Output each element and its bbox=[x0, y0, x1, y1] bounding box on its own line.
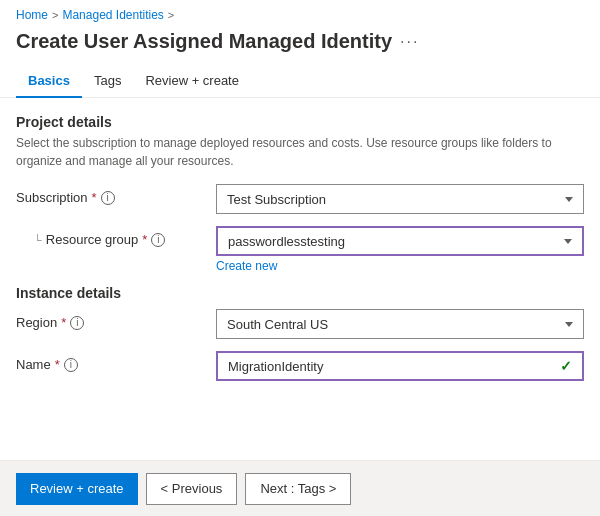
region-info-icon[interactable]: i bbox=[70, 316, 84, 330]
main-content: Project details Select the subscription … bbox=[0, 98, 600, 381]
resource-group-select[interactable]: passwordlesstesting bbox=[216, 226, 584, 256]
name-value: MigrationIdentity bbox=[228, 359, 323, 374]
instance-details-title: Instance details bbox=[16, 285, 584, 301]
name-control: MigrationIdentity ✓ bbox=[216, 351, 584, 381]
subscription-required: * bbox=[92, 190, 97, 205]
previous-button[interactable]: < Previous bbox=[146, 473, 238, 505]
tab-tags[interactable]: Tags bbox=[82, 65, 133, 98]
page-title: Create User Assigned Managed Identity bbox=[16, 30, 392, 53]
region-chevron-icon bbox=[565, 322, 573, 327]
page-header: Create User Assigned Managed Identity ··… bbox=[0, 26, 600, 65]
subscription-row: Subscription * i Test Subscription bbox=[16, 184, 584, 214]
subscription-control: Test Subscription bbox=[216, 184, 584, 214]
breadcrumb-managed-identities[interactable]: Managed Identities bbox=[62, 8, 163, 22]
resource-group-label: Resource group bbox=[46, 232, 139, 247]
breadcrumb-sep-2: > bbox=[168, 9, 174, 21]
region-value: South Central US bbox=[227, 317, 328, 332]
breadcrumb-sep-1: > bbox=[52, 9, 58, 21]
subscription-label: Subscription bbox=[16, 190, 88, 205]
project-details-title: Project details bbox=[16, 114, 584, 130]
region-required: * bbox=[61, 315, 66, 330]
footer-bar: Review + create < Previous Next : Tags > bbox=[0, 460, 600, 516]
subscription-value: Test Subscription bbox=[227, 192, 326, 207]
name-label-col: Name * i bbox=[16, 351, 216, 372]
name-row: Name * i MigrationIdentity ✓ bbox=[16, 351, 584, 381]
project-details-desc: Select the subscription to manage deploy… bbox=[16, 134, 584, 170]
name-input[interactable]: MigrationIdentity ✓ bbox=[216, 351, 584, 381]
resource-group-info-icon[interactable]: i bbox=[151, 233, 165, 247]
subscription-select[interactable]: Test Subscription bbox=[216, 184, 584, 214]
instance-details-section: Instance details bbox=[16, 285, 584, 301]
region-label-col: Region * i bbox=[16, 309, 216, 330]
resource-group-label-col: └ Resource group * i bbox=[16, 226, 216, 247]
breadcrumb: Home > Managed Identities > bbox=[0, 0, 600, 26]
resource-group-control: passwordlesstesting Create new bbox=[216, 226, 584, 273]
name-info-icon[interactable]: i bbox=[64, 358, 78, 372]
region-label: Region bbox=[16, 315, 57, 330]
name-label: Name bbox=[16, 357, 51, 372]
name-required: * bbox=[55, 357, 60, 372]
indent-line: └ bbox=[34, 234, 42, 246]
tab-basics[interactable]: Basics bbox=[16, 65, 82, 98]
name-check-icon: ✓ bbox=[560, 358, 572, 374]
resource-group-value: passwordlesstesting bbox=[228, 234, 345, 249]
resource-group-chevron-icon bbox=[564, 239, 572, 244]
subscription-info-icon[interactable]: i bbox=[101, 191, 115, 205]
region-control: South Central US bbox=[216, 309, 584, 339]
tab-review-create[interactable]: Review + create bbox=[133, 65, 251, 98]
header-menu-icon[interactable]: ··· bbox=[400, 33, 419, 51]
next-button[interactable]: Next : Tags > bbox=[245, 473, 351, 505]
breadcrumb-home[interactable]: Home bbox=[16, 8, 48, 22]
resource-group-required: * bbox=[142, 232, 147, 247]
tabs-bar: Basics Tags Review + create bbox=[0, 65, 600, 98]
resource-group-row: └ Resource group * i passwordlesstesting… bbox=[16, 226, 584, 273]
create-new-link[interactable]: Create new bbox=[216, 259, 277, 273]
region-select[interactable]: South Central US bbox=[216, 309, 584, 339]
review-create-button[interactable]: Review + create bbox=[16, 473, 138, 505]
region-row: Region * i South Central US bbox=[16, 309, 584, 339]
subscription-label-col: Subscription * i bbox=[16, 184, 216, 205]
subscription-chevron-icon bbox=[565, 197, 573, 202]
